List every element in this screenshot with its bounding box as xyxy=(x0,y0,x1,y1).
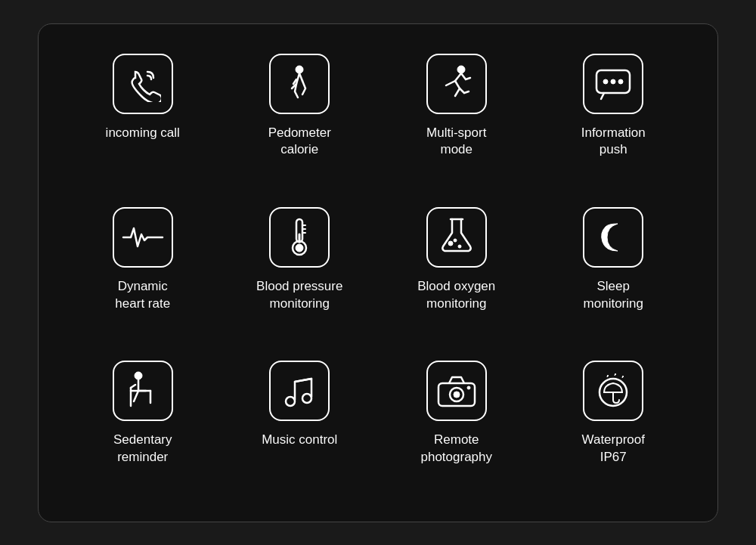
feature-sedentary: Sedentaryreminder xyxy=(68,361,218,491)
svg-point-18 xyxy=(467,386,470,389)
feature-waterproof: WaterproofIP67 xyxy=(539,361,689,491)
feature-blood-oxygen: Blood oxygenmonitoring xyxy=(382,207,531,338)
waterproof-label: WaterproofIP67 xyxy=(582,432,645,466)
incoming-call-label: incoming call xyxy=(106,125,180,142)
feature-heartrate: Dynamicheart rate xyxy=(68,207,218,338)
feature-pedometer: Pedometercalorie xyxy=(225,54,375,184)
feature-music: Music control xyxy=(225,361,375,491)
heartrate-icon xyxy=(120,221,166,254)
music-label: Music control xyxy=(262,432,337,449)
phone-icon xyxy=(125,66,161,102)
blood-oxygen-label: Blood oxygenmonitoring xyxy=(417,278,495,313)
feature-card: incoming call Pedometercalorie xyxy=(38,23,718,522)
svg-point-10 xyxy=(458,245,461,248)
feature-incoming-call: incoming call xyxy=(68,54,218,184)
info-push-icon-box xyxy=(583,54,643,114)
svg-point-8 xyxy=(296,244,303,252)
thermometer-icon xyxy=(284,216,314,259)
blood-oxygen-icon-box xyxy=(426,207,487,268)
multisport-label: Multi-sportmode xyxy=(426,125,486,159)
run-icon xyxy=(438,64,475,104)
svg-point-17 xyxy=(454,392,460,398)
multisport-icon-box xyxy=(426,54,487,114)
music-icon xyxy=(280,371,319,410)
feature-multisport: Multi-sportmode xyxy=(382,54,531,184)
svg-point-1 xyxy=(457,66,465,73)
feature-info-push: Informationpush xyxy=(539,54,689,184)
feature-sleep: Sleepmonitoring xyxy=(539,207,689,338)
pedometer-icon-box xyxy=(269,54,330,114)
chat-icon xyxy=(593,66,633,102)
sedentary-label: Sedentaryreminder xyxy=(113,432,172,466)
moon-icon xyxy=(595,218,631,257)
info-push-label: Informationpush xyxy=(581,125,646,159)
svg-point-12 xyxy=(135,372,142,379)
svg-point-13 xyxy=(286,397,295,406)
walk-icon xyxy=(283,64,316,104)
music-icon-box xyxy=(269,361,330,421)
sedentary-icon-box xyxy=(113,361,173,421)
waterproof-icon xyxy=(593,371,633,410)
svg-point-14 xyxy=(302,394,311,403)
camera-label: Remotephotography xyxy=(420,432,492,466)
flask-icon xyxy=(438,216,475,259)
svg-point-3 xyxy=(603,79,608,84)
camera-icon-box xyxy=(426,361,487,421)
svg-point-9 xyxy=(448,241,453,246)
svg-point-0 xyxy=(296,66,303,73)
incoming-call-icon-box xyxy=(113,54,173,114)
feature-blood-pressure: Blood pressuremonitoring xyxy=(225,207,375,338)
svg-point-11 xyxy=(454,239,457,242)
heartrate-icon-box xyxy=(113,207,173,268)
pedometer-label: Pedometercalorie xyxy=(268,125,331,159)
feature-camera: Remotephotography xyxy=(382,361,531,491)
sit-icon xyxy=(123,370,163,412)
features-grid: incoming call Pedometercalorie xyxy=(68,54,688,492)
sleep-label: Sleepmonitoring xyxy=(584,278,643,313)
camera-icon xyxy=(435,373,478,409)
waterproof-icon-box xyxy=(583,361,643,421)
blood-pressure-label: Blood pressuremonitoring xyxy=(256,278,342,313)
blood-pressure-icon-box xyxy=(269,207,330,268)
sleep-icon-box xyxy=(583,207,643,268)
svg-point-4 xyxy=(611,79,615,84)
svg-point-5 xyxy=(618,79,623,84)
heartrate-label: Dynamicheart rate xyxy=(115,278,170,313)
